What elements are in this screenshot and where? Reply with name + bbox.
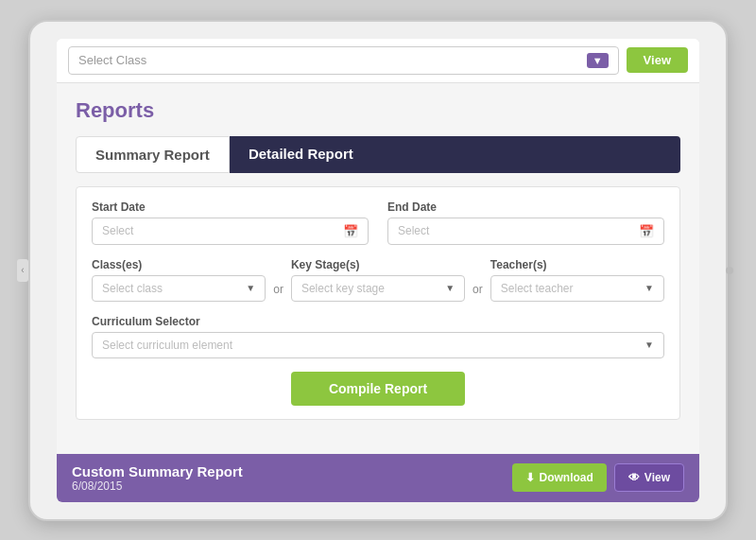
end-date-group: End Date Select 📅 — [387, 200, 664, 245]
end-date-input[interactable]: Select 📅 — [387, 218, 664, 245]
class-label: Class(es) — [92, 258, 266, 271]
tablet-screen: Select Class ▼ View Reports Summary Repo… — [57, 39, 699, 502]
select-class-dropdown[interactable]: Select Class ▼ — [68, 46, 619, 75]
left-arrow-icon: ‹ — [17, 259, 28, 282]
eye-icon: 👁 — [628, 471, 640, 484]
bottom-bar-date: 6/08/2015 — [72, 479, 243, 493]
keystage-placeholder: Select key stage — [301, 282, 385, 295]
form-section: Start Date Select 📅 End Date Select 📅 — [76, 186, 680, 420]
report-tabs: Summary Report Detailed Report — [76, 136, 680, 173]
or-text-1: or — [273, 283, 284, 296]
calendar-icon-end: 📅 — [639, 224, 654, 238]
curriculum-placeholder: Select curriculum element — [102, 339, 232, 352]
compile-btn-wrap: Compile Report — [92, 372, 664, 406]
keystage-selector-group: Key Stage(s) Select key stage ▼ — [291, 258, 465, 302]
class-placeholder: Select class — [102, 282, 163, 295]
end-date-placeholder: Select — [398, 224, 429, 237]
chevron-class-icon: ▼ — [246, 283, 255, 293]
keystage-label: Key Stage(s) — [291, 258, 465, 271]
class-selector-group: Class(es) Select class ▼ — [92, 258, 266, 302]
compile-report-button[interactable]: Compile Report — [291, 372, 465, 406]
content-area: Reports Summary Report Detailed Report S… — [57, 83, 699, 454]
top-bar: Select Class ▼ View — [57, 39, 699, 83]
calendar-icon-start: 📅 — [343, 224, 358, 238]
page-title: Reports — [76, 98, 680, 123]
download-icon: ⬇ — [525, 471, 535, 484]
chevron-down-icon: ▼ — [587, 53, 609, 68]
teacher-placeholder: Select teacher — [501, 282, 574, 295]
or-text-2: or — [472, 283, 483, 296]
tablet-frame: ‹ Select Class ▼ View Reports Summary Re… — [28, 20, 728, 521]
view-button-top[interactable]: View — [627, 47, 688, 73]
bottom-bar-title: Custom Summary Report — [72, 463, 243, 479]
tab-summary-report[interactable]: Summary Report — [76, 136, 230, 173]
curriculum-dropdown[interactable]: Select curriculum element ▼ — [92, 332, 664, 358]
bottom-bar-info: Custom Summary Report 6/08/2015 — [72, 463, 243, 493]
keystage-dropdown[interactable]: Select key stage ▼ — [291, 275, 465, 302]
view-label: View — [644, 471, 670, 484]
end-date-label: End Date — [387, 200, 664, 214]
start-date-input[interactable]: Select 📅 — [92, 218, 369, 245]
start-date-label: Start Date — [92, 200, 369, 214]
tab-detailed-report[interactable]: Detailed Report — [230, 136, 680, 173]
curriculum-group: Curriculum Selector Select curriculum el… — [92, 315, 664, 358]
start-date-placeholder: Select — [102, 224, 133, 237]
download-label: Download — [540, 471, 593, 484]
select-class-label: Select Class — [78, 53, 146, 67]
chevron-keystage-icon: ▼ — [445, 283, 455, 293]
teacher-selector-group: Teacher(s) Select teacher ▼ — [490, 258, 664, 302]
curriculum-label: Curriculum Selector — [92, 315, 664, 328]
date-row: Start Date Select 📅 End Date Select 📅 — [92, 200, 664, 245]
side-indicator-dot — [726, 267, 733, 274]
download-button[interactable]: ⬇ Download — [512, 463, 607, 492]
chevron-teacher-icon: ▼ — [644, 283, 654, 293]
teacher-dropdown[interactable]: Select teacher ▼ — [490, 275, 664, 302]
view-button-bottom[interactable]: 👁 View — [614, 463, 684, 492]
bottom-bar-actions: ⬇ Download 👁 View — [512, 463, 684, 492]
class-dropdown[interactable]: Select class ▼ — [92, 275, 266, 302]
teacher-label: Teacher(s) — [490, 258, 664, 271]
chevron-curriculum-icon: ▼ — [644, 340, 654, 350]
selectors-row: Class(es) Select class ▼ or Key Stage(s)… — [92, 258, 664, 302]
bottom-bar: Custom Summary Report 6/08/2015 ⬇ Downlo… — [57, 454, 699, 502]
start-date-group: Start Date Select 📅 — [92, 200, 369, 245]
